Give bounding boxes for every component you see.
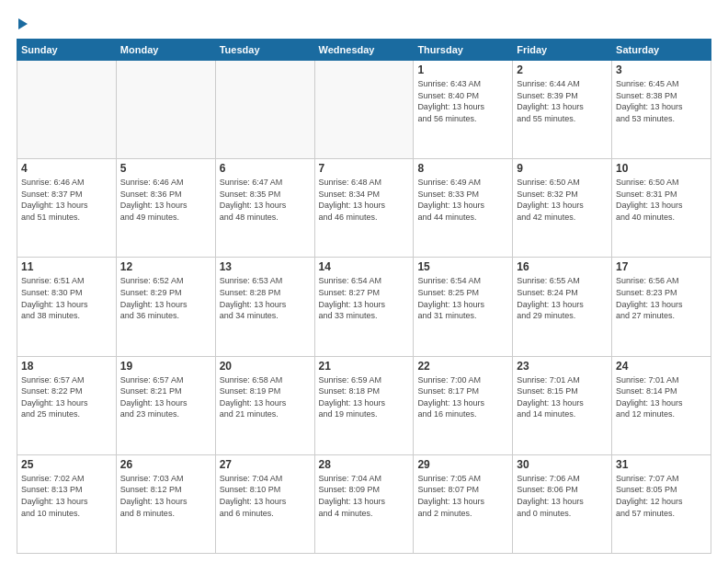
day-info: Sunrise: 7:02 AMSunset: 8:13 PMDaylight:… (21, 473, 112, 519)
day-info: Sunrise: 6:52 AMSunset: 8:29 PMDaylight:… (120, 275, 211, 321)
day-number: 25 (21, 458, 112, 471)
day-number: 8 (417, 162, 508, 175)
day-info: Sunrise: 6:49 AMSunset: 8:33 PMDaylight:… (417, 177, 508, 223)
calendar-cell: 30Sunrise: 7:06 AMSunset: 8:06 PMDayligh… (513, 454, 612, 553)
calendar-cell: 23Sunrise: 7:01 AMSunset: 8:15 PMDayligh… (513, 356, 612, 454)
day-number: 29 (417, 458, 508, 471)
day-info: Sunrise: 6:56 AMSunset: 8:23 PMDaylight:… (616, 275, 707, 321)
calendar-cell (215, 61, 314, 159)
day-info: Sunrise: 6:54 AMSunset: 8:25 PMDaylight:… (417, 275, 508, 321)
calendar-cell (116, 61, 215, 159)
calendar-cell: 22Sunrise: 7:00 AMSunset: 8:17 PMDayligh… (414, 356, 513, 454)
day-number: 11 (21, 260, 112, 273)
day-info: Sunrise: 6:51 AMSunset: 8:30 PMDaylight:… (21, 275, 112, 321)
day-number: 5 (120, 162, 211, 175)
calendar-cell: 27Sunrise: 7:04 AMSunset: 8:10 PMDayligh… (215, 454, 314, 553)
calendar-cell: 17Sunrise: 6:56 AMSunset: 8:23 PMDayligh… (612, 258, 711, 356)
day-info: Sunrise: 7:06 AMSunset: 8:06 PMDaylight:… (517, 473, 608, 519)
calendar-cell: 24Sunrise: 7:01 AMSunset: 8:14 PMDayligh… (612, 356, 711, 454)
day-number: 19 (120, 360, 211, 373)
day-number: 13 (220, 260, 311, 273)
day-info: Sunrise: 6:57 AMSunset: 8:22 PMDaylight:… (21, 374, 112, 420)
calendar-cell: 11Sunrise: 6:51 AMSunset: 8:30 PMDayligh… (17, 258, 117, 356)
weekday-header-row: SundayMondayTuesdayWednesdayThursdayFrid… (17, 40, 711, 61)
calendar-week-row: 25Sunrise: 7:02 AMSunset: 8:13 PMDayligh… (17, 454, 711, 553)
day-info: Sunrise: 6:50 AMSunset: 8:32 PMDaylight:… (517, 177, 608, 223)
day-number: 1 (417, 63, 508, 76)
calendar-cell (314, 61, 414, 159)
calendar-cell: 5Sunrise: 6:46 AMSunset: 8:36 PMDaylight… (116, 159, 215, 258)
calendar-cell: 13Sunrise: 6:53 AMSunset: 8:28 PMDayligh… (215, 258, 314, 356)
weekday-header-thursday: Thursday (414, 40, 513, 61)
day-number: 12 (120, 260, 211, 273)
day-number: 23 (517, 360, 608, 373)
calendar-cell: 26Sunrise: 7:03 AMSunset: 8:12 PMDayligh… (116, 454, 215, 553)
day-number: 9 (517, 162, 608, 175)
weekday-header-sunday: Sunday (17, 40, 117, 61)
calendar-cell: 1Sunrise: 6:43 AMSunset: 8:40 PMDaylight… (414, 61, 513, 159)
calendar-cell: 20Sunrise: 6:58 AMSunset: 8:19 PMDayligh… (215, 356, 314, 454)
calendar-cell: 3Sunrise: 6:45 AMSunset: 8:38 PMDaylight… (612, 61, 711, 159)
day-info: Sunrise: 6:54 AMSunset: 8:27 PMDaylight:… (319, 275, 410, 321)
day-number: 28 (319, 458, 410, 471)
day-info: Sunrise: 6:46 AMSunset: 8:36 PMDaylight:… (120, 177, 211, 223)
weekday-header-wednesday: Wednesday (314, 40, 414, 61)
weekday-header-monday: Monday (116, 40, 215, 61)
day-info: Sunrise: 6:45 AMSunset: 8:38 PMDaylight:… (616, 78, 707, 124)
header (17, 17, 711, 29)
day-number: 4 (21, 162, 112, 175)
logo-arrow-icon (18, 18, 28, 29)
day-info: Sunrise: 7:07 AMSunset: 8:05 PMDaylight:… (616, 473, 707, 519)
day-info: Sunrise: 6:46 AMSunset: 8:37 PMDaylight:… (21, 177, 112, 223)
day-number: 17 (616, 260, 707, 273)
day-info: Sunrise: 7:05 AMSunset: 8:07 PMDaylight:… (417, 473, 508, 519)
day-info: Sunrise: 7:04 AMSunset: 8:09 PMDaylight:… (319, 473, 410, 519)
calendar-cell: 19Sunrise: 6:57 AMSunset: 8:21 PMDayligh… (116, 356, 215, 454)
day-info: Sunrise: 6:53 AMSunset: 8:28 PMDaylight:… (220, 275, 311, 321)
day-number: 20 (220, 360, 311, 373)
logo (17, 17, 28, 29)
weekday-header-friday: Friday (513, 40, 612, 61)
calendar-cell: 12Sunrise: 6:52 AMSunset: 8:29 PMDayligh… (116, 258, 215, 356)
day-info: Sunrise: 6:58 AMSunset: 8:19 PMDaylight:… (220, 374, 311, 420)
calendar-cell: 9Sunrise: 6:50 AMSunset: 8:32 PMDaylight… (513, 159, 612, 258)
calendar-cell: 7Sunrise: 6:48 AMSunset: 8:34 PMDaylight… (314, 159, 414, 258)
day-number: 3 (616, 63, 707, 76)
calendar-cell: 2Sunrise: 6:44 AMSunset: 8:39 PMDaylight… (513, 61, 612, 159)
calendar-cell: 4Sunrise: 6:46 AMSunset: 8:37 PMDaylight… (17, 159, 117, 258)
day-info: Sunrise: 6:57 AMSunset: 8:21 PMDaylight:… (120, 374, 211, 420)
day-info: Sunrise: 6:44 AMSunset: 8:39 PMDaylight:… (517, 78, 608, 124)
day-number: 16 (517, 260, 608, 273)
day-number: 31 (616, 458, 707, 471)
calendar-cell: 28Sunrise: 7:04 AMSunset: 8:09 PMDayligh… (314, 454, 414, 553)
day-number: 15 (417, 260, 508, 273)
weekday-header-tuesday: Tuesday (215, 40, 314, 61)
day-number: 14 (319, 260, 410, 273)
calendar-cell: 16Sunrise: 6:55 AMSunset: 8:24 PMDayligh… (513, 258, 612, 356)
day-number: 21 (319, 360, 410, 373)
day-number: 26 (120, 458, 211, 471)
calendar-cell: 15Sunrise: 6:54 AMSunset: 8:25 PMDayligh… (414, 258, 513, 356)
calendar-cell: 29Sunrise: 7:05 AMSunset: 8:07 PMDayligh… (414, 454, 513, 553)
calendar-week-row: 11Sunrise: 6:51 AMSunset: 8:30 PMDayligh… (17, 258, 711, 356)
day-info: Sunrise: 6:50 AMSunset: 8:31 PMDaylight:… (616, 177, 707, 223)
weekday-header-saturday: Saturday (612, 40, 711, 61)
day-info: Sunrise: 6:47 AMSunset: 8:35 PMDaylight:… (220, 177, 311, 223)
calendar-cell: 14Sunrise: 6:54 AMSunset: 8:27 PMDayligh… (314, 258, 414, 356)
day-info: Sunrise: 7:00 AMSunset: 8:17 PMDaylight:… (417, 374, 508, 420)
day-number: 7 (319, 162, 410, 175)
day-number: 27 (220, 458, 311, 471)
calendar-table: SundayMondayTuesdayWednesdayThursdayFrid… (17, 39, 711, 554)
day-number: 2 (517, 63, 608, 76)
calendar-cell: 18Sunrise: 6:57 AMSunset: 8:22 PMDayligh… (17, 356, 117, 454)
calendar-cell: 8Sunrise: 6:49 AMSunset: 8:33 PMDaylight… (414, 159, 513, 258)
day-number: 10 (616, 162, 707, 175)
calendar-cell: 21Sunrise: 6:59 AMSunset: 8:18 PMDayligh… (314, 356, 414, 454)
calendar-cell: 10Sunrise: 6:50 AMSunset: 8:31 PMDayligh… (612, 159, 711, 258)
day-info: Sunrise: 6:48 AMSunset: 8:34 PMDaylight:… (319, 177, 410, 223)
calendar-cell: 25Sunrise: 7:02 AMSunset: 8:13 PMDayligh… (17, 454, 117, 553)
page: SundayMondayTuesdayWednesdayThursdayFrid… (0, 0, 728, 563)
calendar-cell (17, 61, 117, 159)
day-info: Sunrise: 7:01 AMSunset: 8:14 PMDaylight:… (616, 374, 707, 420)
day-info: Sunrise: 7:03 AMSunset: 8:12 PMDaylight:… (120, 473, 211, 519)
